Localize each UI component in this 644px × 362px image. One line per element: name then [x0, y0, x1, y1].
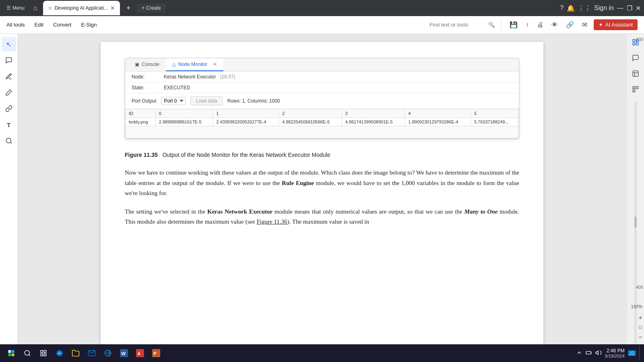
- ai-assistant-button[interactable]: ✦ AI Assistant: [594, 19, 638, 30]
- svg-point-14: [639, 326, 642, 329]
- find-tools-area[interactable]: 🔍: [429, 22, 495, 28]
- save-icon[interactable]: 💾: [508, 19, 519, 30]
- svg-rect-9: [633, 86, 635, 88]
- comment-tool[interactable]: [2, 53, 16, 68]
- close-dialog-button[interactable]: ✕: [213, 62, 217, 67]
- node-monitor-tab[interactable]: △ Node Monitor ✕: [166, 58, 223, 71]
- taskbar-clock[interactable]: 2:46 PM 9/19/2024: [605, 348, 625, 358]
- word-taskbar[interactable]: W: [117, 346, 131, 360]
- right-panel-icon-4[interactable]: [630, 82, 641, 98]
- zoom-in-button[interactable]: [638, 315, 643, 322]
- create-button[interactable]: + Create: [137, 4, 165, 12]
- file-explorer-taskbar[interactable]: [68, 346, 83, 360]
- show-desktop[interactable]: [639, 346, 641, 360]
- find-tools-input[interactable]: [429, 22, 486, 28]
- minimize-button[interactable]: —: [617, 4, 623, 12]
- svg-rect-18: [8, 350, 11, 353]
- right-panel-icon-3[interactable]: [630, 67, 641, 82]
- keras-executor-bold: Keras Network Executor: [207, 208, 272, 215]
- print-icon[interactable]: 🖨: [535, 20, 545, 30]
- zoom-circle[interactable]: [638, 325, 643, 331]
- svg-text:A: A: [137, 351, 140, 356]
- browser-chrome: ☰ Menu ⌂ ☆ Developing AI Applicati... ✕ …: [0, 0, 644, 34]
- acrobat-taskbar[interactable]: A: [133, 346, 147, 360]
- svg-text:W: W: [121, 351, 126, 356]
- tab-favicon: ☆: [48, 5, 52, 11]
- figure-link[interactable]: Figure 11.36: [256, 218, 287, 225]
- new-tab-button[interactable]: +: [123, 2, 134, 14]
- node-monitor-icon: △: [172, 62, 176, 67]
- all-tools-menu[interactable]: All tools: [6, 20, 25, 29]
- dialog-tab-bar: ▣ Console △ Node Monitor ✕: [125, 58, 519, 72]
- share-icon[interactable]: ✉: [580, 19, 589, 30]
- cursor-tool[interactable]: ↖: [2, 37, 16, 51]
- zoom-level: 192%: [630, 303, 644, 310]
- hamburger-icon: ☰: [6, 5, 11, 11]
- col-5: 5: [471, 109, 518, 118]
- active-tab[interactable]: ☆ Developing AI Applicati... ✕: [43, 1, 120, 15]
- bell-icon[interactable]: 🔔: [567, 4, 575, 12]
- link-tool[interactable]: [2, 101, 16, 116]
- clock-date: 9/19/2024: [605, 354, 625, 358]
- figure-number: Figure 11.35: [125, 152, 158, 158]
- edge-taskbar[interactable]: [52, 346, 67, 360]
- many-to-one-bold: Many to One: [464, 208, 497, 215]
- port-select[interactable]: Port 0: [161, 97, 186, 105]
- powerpoint-taskbar[interactable]: P: [149, 346, 163, 360]
- text-tool[interactable]: T: [2, 117, 16, 132]
- highlight-tool[interactable]: [2, 85, 16, 100]
- apps-icon[interactable]: ⋮⋮: [578, 4, 591, 12]
- close-tab-button[interactable]: ✕: [110, 5, 115, 11]
- volume-icon[interactable]: [595, 350, 602, 357]
- pdf-page: ▣ Console △ Node Monitor ✕ Node:: [101, 42, 543, 362]
- cell-2: 4.882254506810568E-5: [279, 118, 342, 126]
- table-row: teddy.png 2.9898808861617E-5 2.439598320…: [126, 118, 519, 126]
- svg-rect-37: [586, 352, 591, 354]
- close-button[interactable]: ✕: [636, 4, 641, 12]
- view-icon[interactable]: 👁: [550, 20, 559, 30]
- cell-3: 4.861741399508901E-5: [342, 118, 405, 126]
- sign-in-button[interactable]: Sign in: [594, 4, 614, 12]
- data-table: ID 0 1 2 3 4 5: [125, 109, 519, 138]
- convert-menu[interactable]: Convert: [53, 20, 72, 29]
- col-4: 4: [405, 109, 471, 118]
- load-data-button[interactable]: Load data: [190, 97, 222, 105]
- zoom-out-button[interactable]: [638, 334, 643, 341]
- scrollbar-thumb[interactable]: [634, 216, 637, 228]
- col-id: ID: [126, 109, 156, 118]
- system-tray[interactable]: [576, 350, 582, 357]
- taskbar: W A P 2:46 PM 9/19/2024 22: [0, 344, 644, 362]
- home-button[interactable]: ⌂: [31, 3, 40, 13]
- paragraph-1: Now we have to continue working with the…: [125, 168, 519, 199]
- pdf-scroll-area[interactable]: ▣ Console △ Node Monitor ✕ Node:: [18, 34, 626, 362]
- svg-rect-6: [633, 71, 638, 76]
- search-taskbar[interactable]: [20, 346, 35, 360]
- state-value: EXECUTED: [164, 85, 190, 90]
- console-tab[interactable]: ▣ Console: [128, 58, 166, 71]
- pen-tool[interactable]: [2, 69, 16, 84]
- col-2: 2: [279, 109, 342, 118]
- notification-badge[interactable]: 22: [628, 350, 636, 356]
- upload-icon[interactable]: ↑: [524, 20, 530, 30]
- help-icon[interactable]: ?: [560, 4, 564, 12]
- svg-point-0: [6, 138, 11, 143]
- cell-id: teddy.png: [126, 118, 156, 126]
- scrollbar-track[interactable]: [634, 101, 637, 357]
- esign-menu[interactable]: E-Sign: [81, 20, 97, 29]
- svg-line-23: [29, 354, 30, 356]
- page-number: 230: [636, 37, 643, 42]
- right-panel-icon-2[interactable]: [630, 51, 641, 67]
- search-icon: 🔍: [488, 22, 495, 28]
- menu-button[interactable]: ☰ Menu: [3, 4, 28, 12]
- node-row: Node: Keras Network Executor (10:37): [125, 72, 519, 82]
- edit-menu[interactable]: Edit: [35, 20, 43, 29]
- ie-taskbar[interactable]: [101, 346, 115, 360]
- taskview-button[interactable]: [36, 346, 51, 360]
- start-button[interactable]: [3, 345, 19, 361]
- stamp-tool[interactable]: [2, 134, 16, 148]
- link-icon[interactable]: 🔗: [564, 19, 576, 30]
- svg-rect-2: [633, 39, 635, 41]
- outlook-taskbar[interactable]: [85, 346, 99, 360]
- port-output-row: Port Output Port 0 Load data Rows: 1, Co…: [125, 93, 519, 109]
- restore-button[interactable]: ❐: [627, 4, 632, 12]
